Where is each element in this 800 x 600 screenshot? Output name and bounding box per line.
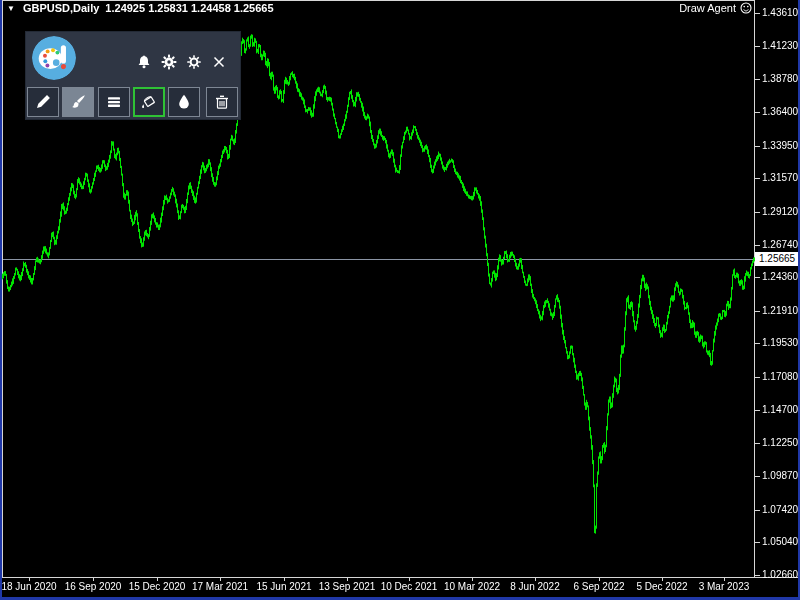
trash-tool-button[interactable] <box>206 87 238 117</box>
symbol-header: ▼GBPUSD,Daily1.24925 1.25831 1.24458 1.2… <box>7 2 274 14</box>
price-tick-label: 1.24360 <box>762 271 800 283</box>
smiley-icon <box>740 2 752 14</box>
date-tick-label: 15 Dec 2020 <box>122 581 192 592</box>
date-tick-label: 3 Mar 2023 <box>689 581 759 592</box>
price-tick-label: 1.26740 <box>762 239 800 251</box>
paint-bucket-tool-button[interactable] <box>133 87 165 117</box>
price-tick-label: 1.38780 <box>762 73 800 85</box>
current-price-label: 1.25665 <box>755 252 800 266</box>
price-tick-label: 1.19530 <box>762 337 800 349</box>
pencil-tool-button[interactable] <box>27 87 59 117</box>
ohlc-values: 1.24925 1.25831 1.24458 1.25665 <box>105 2 273 14</box>
date-tick-label: 6 Sep 2022 <box>564 581 634 592</box>
price-tick-label: 1.36400 <box>762 106 800 118</box>
date-tick-label: 18 Jun 2020 <box>0 581 64 592</box>
gear-icon[interactable] <box>160 53 178 71</box>
date-tick-label: 8 Jun 2022 <box>500 581 570 592</box>
chevron-down-icon[interactable]: ▼ <box>7 4 15 13</box>
date-tick-label: 16 Sep 2020 <box>58 581 128 592</box>
price-tick-label: 1.07420 <box>762 504 800 516</box>
draw-agent-label: Draw Agent <box>679 2 736 14</box>
droplet-tool-button[interactable] <box>168 87 200 117</box>
price-tick-label: 1.33950 <box>762 140 800 152</box>
draw-agent-button[interactable]: Draw Agent <box>638 2 752 14</box>
price-tick-label: 1.21910 <box>762 305 800 317</box>
price-tick-label: 1.02660 <box>762 569 800 581</box>
date-tick-label: 15 Jun 2021 <box>249 581 319 592</box>
price-tick-label: 1.12250 <box>762 437 800 449</box>
menu-lines-tool-button[interactable] <box>98 87 130 117</box>
tool-buttons-row <box>26 87 240 117</box>
symbol-label: GBPUSD,Daily <box>23 2 99 14</box>
price-tick-label: 1.43610 <box>762 7 800 19</box>
price-tick-label: 1.05040 <box>762 536 800 548</box>
date-tick-label: 10 Mar 2022 <box>437 581 507 592</box>
price-tick-label: 1.31570 <box>762 172 800 184</box>
date-tick-label: 13 Sep 2021 <box>312 581 382 592</box>
price-tick-label: 1.09870 <box>762 470 800 482</box>
price-tick-label: 1.29120 <box>762 206 800 218</box>
close-icon[interactable] <box>210 53 228 71</box>
bell-icon[interactable] <box>135 53 153 71</box>
date-tick-label: 17 Mar 2021 <box>185 581 255 592</box>
panel-header-icons <box>135 53 228 71</box>
brush-tool-button[interactable] <box>62 87 94 117</box>
price-tick-label: 1.41230 <box>762 40 800 52</box>
price-tick-label: 1.17080 <box>762 371 800 383</box>
gear-alt-icon[interactable] <box>185 53 203 71</box>
palette-avatar[interactable] <box>32 36 76 80</box>
price-tick-label: 1.14700 <box>762 404 800 416</box>
date-tick-label: 5 Dec 2022 <box>627 581 697 592</box>
date-tick-label: 10 Dec 2021 <box>374 581 444 592</box>
drawing-tools-panel <box>26 32 240 119</box>
chart-window: ▼GBPUSD,Daily1.24925 1.25831 1.24458 1.2… <box>0 0 800 600</box>
